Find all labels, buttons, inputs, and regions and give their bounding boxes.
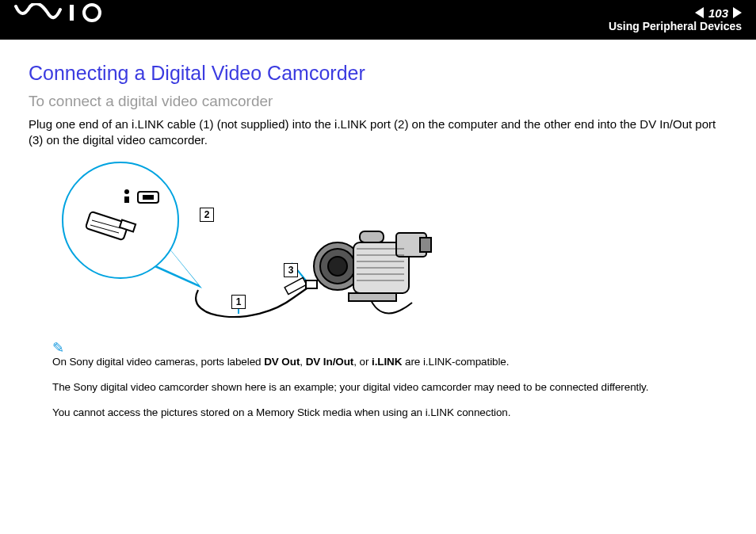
- note-2: The Sony digital video camcorder shown h…: [52, 380, 727, 395]
- next-page-arrow-icon[interactable]: [733, 7, 742, 18]
- pencil-icon: ✎: [52, 339, 727, 357]
- svg-rect-0: [70, 5, 74, 21]
- connection-diagram: 2 1 3: [48, 162, 491, 328]
- page-subtitle: To connect a digital video camcorder: [29, 93, 727, 110]
- section-title: Using Peripheral Devices: [609, 20, 742, 32]
- svg-rect-19: [360, 231, 384, 242]
- note-1-text: On Sony digital video cameras, ports lab…: [52, 356, 264, 368]
- notes-section: ✎ On Sony digital video cameras, ports l…: [52, 339, 727, 421]
- callout-label-1: 1: [231, 295, 246, 309]
- page-content: Connecting a Digital Video Camcorder To …: [0, 40, 756, 420]
- magnified-port-circle: [62, 162, 179, 279]
- note-3: You cannot access the pictures stored on…: [52, 406, 727, 420]
- svg-point-15: [328, 257, 347, 276]
- note-1-bold3: i.LINK: [372, 356, 402, 368]
- vaio-logo: [14, 3, 109, 22]
- svg-rect-8: [143, 195, 154, 200]
- callout-label-2: 2: [200, 208, 214, 222]
- svg-rect-6: [124, 196, 129, 203]
- svg-rect-20: [349, 293, 396, 301]
- page-number: 103: [708, 6, 728, 20]
- note-1-bold2: DV In/Out: [306, 356, 354, 368]
- note-1: On Sony digital video cameras, ports lab…: [52, 355, 727, 369]
- callout-label-3: 3: [284, 263, 298, 277]
- svg-point-1: [84, 5, 100, 21]
- page-nav: 103: [695, 6, 742, 20]
- svg-point-5: [124, 189, 129, 194]
- prev-page-arrow-icon[interactable]: [695, 7, 704, 18]
- camcorder-icon: [301, 217, 452, 328]
- note-1-bold1: DV Out: [264, 356, 300, 368]
- svg-rect-18: [420, 238, 431, 252]
- page-title: Connecting a Digital Video Camcorder: [29, 62, 727, 85]
- instruction-text: Plug one end of an i.LINK cable (1) (not…: [29, 116, 727, 149]
- page-header: 103 Using Peripheral Devices: [0, 0, 756, 40]
- svg-rect-21: [306, 280, 317, 288]
